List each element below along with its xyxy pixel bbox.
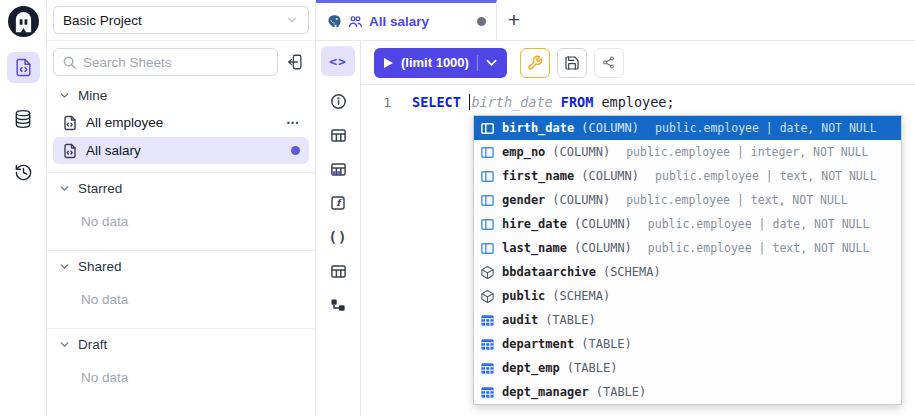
table-icon: [480, 337, 495, 352]
suggestion-row[interactable]: last_name (COLUMN) public.employee | tex…: [474, 236, 901, 260]
suggestion-row[interactable]: emp_no (COLUMN) public.employee | intege…: [474, 140, 901, 164]
ghost-suggestion-text: birth_date: [471, 94, 552, 110]
history-nav-button[interactable]: [7, 157, 40, 188]
suggestion-name: last_name: [502, 241, 567, 255]
run-query-button[interactable]: (limit 1000): [374, 48, 507, 78]
chevron-down-icon: [58, 89, 71, 102]
suggestion-detail: public.employee | text, NOT NULL: [655, 169, 877, 183]
function-button[interactable]: f: [328, 194, 348, 212]
table-data-button[interactable]: [328, 160, 348, 178]
play-icon: [384, 58, 393, 68]
empty-state-text: No data: [47, 201, 315, 242]
unsaved-dot: [477, 17, 486, 26]
search-box[interactable]: [53, 48, 278, 76]
schema-diagram-button[interactable]: [328, 296, 348, 314]
suggestion-name: gender: [502, 193, 545, 207]
parameters-button[interactable]: (): [328, 228, 348, 246]
suggestion-row[interactable]: bbdataarchive (SCHEMA): [474, 260, 901, 284]
info-button[interactable]: [328, 92, 348, 110]
editor-body: <>: [316, 41, 915, 416]
code-icon: <>: [329, 54, 347, 69]
sheet-item-all-employee[interactable]: All employee ⋯: [53, 109, 309, 136]
suggestion-detail: public.employee | text, NOT NULL: [648, 241, 870, 255]
databases-nav-button[interactable]: [7, 103, 40, 134]
project-selector[interactable]: Basic Project: [53, 6, 309, 34]
search-input[interactable]: [83, 55, 269, 70]
suggestion-kind: (COLUMN): [574, 217, 632, 231]
worksheets-nav-button[interactable]: [7, 52, 40, 83]
section-shared-label: Shared: [78, 259, 122, 274]
suggestion-kind: (TABLE): [545, 313, 596, 327]
sql-code-editor[interactable]: 1 SELECT birth_date FROM employee; birth…: [361, 85, 915, 416]
tab-label: All salary: [369, 14, 429, 29]
column-icon: [480, 217, 495, 232]
sheet-icon: [62, 115, 78, 131]
save-sheet-button[interactable]: [557, 48, 587, 78]
plus-icon: +: [508, 8, 520, 32]
section-starred-header[interactable]: Starred: [47, 173, 315, 201]
chevron-down-icon: [58, 260, 71, 273]
suggestion-detail: public.employee | date, NOT NULL: [655, 121, 877, 135]
users-icon: [348, 14, 363, 29]
suggestion-row[interactable]: dept_emp (TABLE): [474, 356, 901, 380]
section-draft-label: Draft: [78, 337, 107, 352]
search-row: [47, 41, 315, 80]
svg-text:f: f: [336, 197, 343, 208]
project-selector-value: Basic Project: [63, 13, 142, 28]
section-mine-header[interactable]: Mine: [47, 80, 315, 108]
run-separator: [477, 55, 478, 71]
chevron-down-icon[interactable]: [486, 59, 497, 67]
suggestion-row[interactable]: dept_manager (TABLE): [474, 380, 901, 404]
section-mine: Mine All employee ⋯: [47, 80, 315, 164]
table-icon: [480, 385, 495, 400]
suggestion-row[interactable]: first_name (COLUMN) public.employee | te…: [474, 164, 901, 188]
chevron-down-icon: [58, 182, 71, 195]
suggestion-detail: public.employee | date, NOT NULL: [648, 217, 870, 231]
sql-identifier: employee;: [601, 94, 674, 110]
suggestion-name: bbdataarchive: [502, 265, 596, 279]
share-sheet-button[interactable]: [594, 48, 624, 78]
section-shared-header[interactable]: Shared: [47, 251, 315, 279]
suggestion-row[interactable]: audit (TABLE): [474, 308, 901, 332]
editor-icon-strip: <>: [316, 41, 361, 416]
column-icon: [480, 145, 495, 160]
new-tab-button[interactable]: +: [497, 0, 531, 40]
section-draft-header[interactable]: Draft: [47, 329, 315, 357]
sheet-item-label: All employee: [86, 115, 163, 130]
suggestion-row[interactable]: gender (COLUMN) public.employee | text, …: [474, 188, 901, 212]
format-sql-button[interactable]: [520, 48, 550, 78]
empty-state-text: No data: [47, 357, 315, 398]
suggestion-kind: (COLUMN): [581, 121, 639, 135]
suggestion-kind: (COLUMN): [574, 241, 632, 255]
suggestion-kind: (SCHEMA): [603, 265, 661, 279]
result-table-button[interactable]: [328, 126, 348, 144]
editor-pane: (limit 1000): [361, 41, 915, 416]
table-icon: [330, 263, 347, 280]
suggestion-row[interactable]: birth_date (COLUMN) public.employee | da…: [474, 116, 901, 140]
table-icon: [480, 313, 495, 328]
table-highlight-icon: [330, 161, 347, 178]
save-icon: [564, 55, 580, 71]
suggestion-row[interactable]: public (SCHEMA): [474, 284, 901, 308]
column-icon: [480, 121, 495, 136]
main-area: All salary + <>: [316, 0, 915, 416]
column-icon: [480, 193, 495, 208]
section-shared: Shared No data: [47, 250, 315, 320]
sheet-item-menu-icon[interactable]: ⋯: [286, 115, 300, 130]
chevron-down-icon: [58, 338, 71, 351]
code-view-toggle[interactable]: <>: [321, 46, 355, 76]
tab-all-salary[interactable]: All salary: [316, 0, 497, 40]
import-sheet-button[interactable]: [282, 48, 310, 76]
line-number: 1: [361, 95, 391, 110]
suggestion-row[interactable]: department (TABLE): [474, 332, 901, 356]
suggestion-row[interactable]: hire_date (COLUMN) public.employee | dat…: [474, 212, 901, 236]
suggestion-kind: (TABLE): [596, 385, 647, 399]
bytebase-logo[interactable]: [7, 5, 40, 38]
info-icon: [330, 93, 347, 110]
import-sheet-icon: [287, 53, 305, 71]
suggestion-kind: (SCHEMA): [552, 289, 610, 303]
section-draft: Draft No data: [47, 328, 315, 398]
sheet-item-label: All salary: [86, 143, 141, 158]
sheet-item-all-salary[interactable]: All salary: [53, 137, 309, 164]
tables-button[interactable]: [328, 262, 348, 280]
